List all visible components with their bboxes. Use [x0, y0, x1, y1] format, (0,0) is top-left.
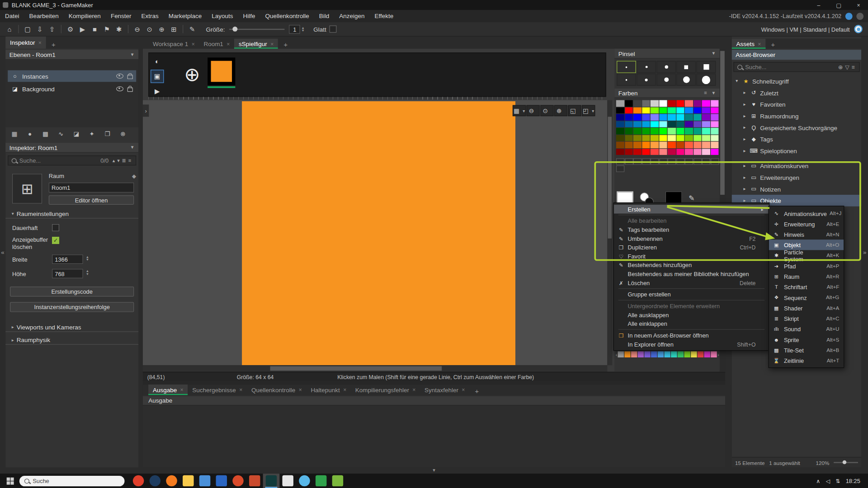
expand-arrow-icon[interactable]: ▸: [742, 148, 747, 153]
tray-expand-icon[interactable]: ∧: [816, 478, 820, 483]
collapse-right-strip[interactable]: »: [861, 37, 868, 468]
recent-color[interactable]: [618, 352, 624, 357]
palette-color[interactable]: [642, 107, 650, 113]
asset-tree-item[interactable]: ▸ ▭ Erweiterungen: [732, 172, 862, 183]
output-tab[interactable]: Suchergebnisse ×: [188, 385, 247, 395]
width-field[interactable]: 1366: [52, 254, 83, 264]
layer-lock-icon[interactable]: [127, 87, 133, 92]
close-tab-icon[interactable]: ×: [462, 387, 465, 393]
mail-app-icon[interactable]: [216, 475, 227, 486]
create-submenu-item[interactable]: ✎ Hinweis Alt+N: [769, 229, 844, 239]
close-tab-icon[interactable]: ×: [270, 41, 274, 47]
palette-color[interactable]: [625, 107, 633, 113]
palette-color[interactable]: [702, 121, 710, 127]
asset-tag-icon[interactable]: ◆: [132, 173, 136, 179]
palette-color[interactable]: [702, 100, 710, 107]
palette-color[interactable]: [625, 114, 633, 120]
pen-icon[interactable]: ✎: [186, 23, 198, 34]
palette-color[interactable]: [642, 114, 650, 120]
create-submenu-item[interactable]: ☻ Sprite Alt+S: [769, 334, 844, 345]
palette-color[interactable]: [668, 114, 676, 120]
close-tab-icon[interactable]: ×: [758, 41, 761, 47]
sprite-canvas-image[interactable]: [242, 101, 515, 365]
palette-color[interactable]: [685, 135, 693, 141]
palette-color[interactable]: [651, 107, 659, 113]
close-tab-icon[interactable]: ×: [299, 387, 302, 393]
menu-item[interactable]: Fenster: [106, 10, 137, 22]
palette-color[interactable]: [625, 100, 633, 107]
layout-icon[interactable]: ⊞: [168, 23, 180, 34]
asset-search-input[interactable]: Suche...: [745, 64, 766, 70]
close-tab-icon[interactable]: ×: [180, 387, 183, 393]
empty-palette-slot[interactable]: [642, 158, 650, 165]
taskbar-app-slot[interactable]: [246, 474, 263, 488]
brushes-header[interactable]: Pinsel ▼: [614, 49, 720, 59]
empty-palette-slot[interactable]: [685, 158, 693, 165]
context-menu-item[interactable]: [618, 215, 764, 215]
palette-color[interactable]: [676, 107, 684, 113]
expand-arrow-icon[interactable]: ▸: [742, 113, 747, 118]
menu-item[interactable]: Hilfe: [238, 10, 260, 22]
palette-color[interactable]: [625, 149, 633, 155]
recent-color[interactable]: [698, 352, 703, 357]
recent-color[interactable]: [631, 352, 637, 357]
context-menu-item[interactable]: Bestehendes aus meiner Bibliothek hinzuf…: [614, 269, 769, 278]
toolbar-separator[interactable]: [128, 25, 128, 33]
target-config-icon[interactable]: ⚙: [64, 23, 76, 34]
collapse-bottom-icon[interactable]: ▾: [433, 468, 435, 474]
context-menu-item[interactable]: [618, 288, 764, 289]
physics-section[interactable]: ▸ Raumphysik: [5, 335, 138, 345]
create-submenu-item[interactable]: ⌛ Zeitlinie Alt+T: [769, 355, 844, 366]
palette-color[interactable]: [693, 149, 702, 155]
height-field[interactable]: 768: [52, 269, 83, 278]
recent-color[interactable]: [624, 352, 630, 357]
create-submenu-item[interactable]: ıllı Sound Alt+U: [769, 324, 844, 334]
inspector-search-bar[interactable]: Suche... 0/0 ▴▾≣≡: [8, 155, 136, 165]
layer-visibility-icon[interactable]: [116, 86, 123, 91]
collapse-left-icon[interactable]: «: [1, 249, 5, 255]
asset-tree-item[interactable]: ▸ Ϙ Gespeicherte Suchvorgänge: [732, 122, 862, 133]
palette-color[interactable]: [711, 141, 719, 148]
brush-option[interactable]: [637, 61, 656, 73]
document-tab[interactable]: Room1 ×: [199, 39, 235, 49]
create-submenu-item[interactable]: ▦ Shader Alt+A: [769, 303, 844, 313]
palette-color[interactable]: [616, 100, 624, 107]
brush-option[interactable]: [676, 61, 696, 73]
empty-palette-slot[interactable]: [676, 158, 684, 165]
output-tab[interactable]: Syntaxfehler ×: [420, 385, 469, 395]
instance-order-button[interactable]: Instanzerstellungsreihenfolge: [10, 302, 134, 312]
taskbar-search[interactable]: Suche: [19, 475, 125, 486]
palette-color[interactable]: [659, 128, 667, 134]
palette-color[interactable]: [693, 135, 702, 141]
palette-color[interactable]: [633, 121, 642, 127]
palette-color[interactable]: [668, 149, 676, 155]
colors-header[interactable]: Farben ≡▼: [614, 89, 720, 98]
palette-color[interactable]: [702, 114, 710, 120]
palette-color[interactable]: [702, 135, 710, 141]
steam-icon[interactable]: [150, 475, 160, 486]
empty-palette-slot[interactable]: [651, 158, 659, 165]
palette-color[interactable]: [642, 149, 650, 155]
context-menu-item[interactable]: Erstellen ▸: [614, 205, 769, 214]
palette-color[interactable]: [676, 114, 684, 120]
asset-name-field[interactable]: Room1: [49, 183, 134, 192]
recent-color[interactable]: [664, 352, 670, 357]
palette-color[interactable]: [693, 114, 702, 120]
close-tab-icon[interactable]: ×: [192, 41, 195, 47]
palette-color[interactable]: [685, 128, 693, 134]
menu-item[interactable]: Kompilieren: [64, 10, 106, 22]
empty-palette-slot[interactable]: [668, 158, 676, 165]
recent-color[interactable]: [671, 352, 677, 357]
taskbar-app-slot[interactable]: [230, 474, 246, 488]
brush-option[interactable]: [696, 74, 716, 86]
filter-icon[interactable]: ▽: [844, 64, 850, 70]
maximize-button[interactable]: ▢: [829, 0, 848, 10]
open-editor-button[interactable]: Editor öffnen: [49, 195, 134, 205]
palette-color[interactable]: [693, 100, 702, 107]
palette-color[interactable]: [651, 100, 659, 107]
palette-color[interactable]: [616, 149, 624, 155]
taskbar-app-slot[interactable]: [163, 474, 180, 488]
toolbar-separator[interactable]: [183, 25, 183, 33]
empty-palette-slot[interactable]: [616, 165, 624, 172]
brush-option[interactable]: [617, 61, 636, 73]
